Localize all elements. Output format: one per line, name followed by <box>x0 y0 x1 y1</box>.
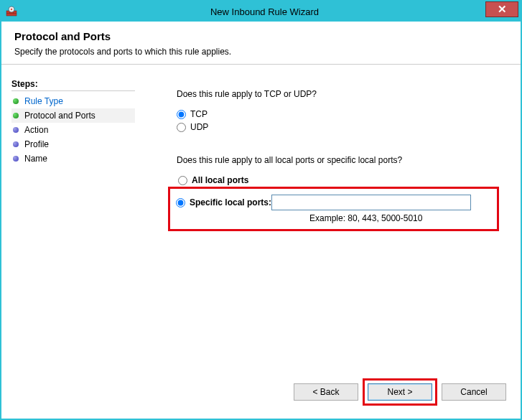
radio-all-ports[interactable]: All local ports <box>178 174 492 187</box>
close-icon: ✕ <box>498 3 507 16</box>
page-header: Protocol and Ports Specify the protocols… <box>1 22 521 64</box>
page-subtitle: Specify the protocols and ports to which… <box>14 47 508 57</box>
firewall-icon <box>6 6 17 17</box>
step-label: Profile <box>24 139 49 149</box>
step-rule-type[interactable]: Rule Type <box>11 94 135 108</box>
radio-tcp[interactable]: TCP <box>177 108 492 121</box>
svg-point-6 <box>11 9 12 10</box>
highlight-specific-ports: Specific local ports: Example: 80, 443, … <box>168 187 499 231</box>
step-name[interactable]: Name <box>11 151 135 166</box>
divider <box>1 64 521 65</box>
steps-header: Steps: <box>11 79 135 91</box>
question-ports: Does this rule apply to all local ports … <box>177 155 492 165</box>
bullet-icon <box>13 127 19 133</box>
next-button[interactable]: Next > <box>368 383 432 401</box>
step-profile[interactable]: Profile <box>11 137 135 151</box>
svg-rect-2 <box>6 14 17 14</box>
bullet-icon <box>13 98 19 104</box>
radio-udp-input[interactable] <box>177 123 186 132</box>
step-protocol-and-ports[interactable]: Protocol and Ports <box>11 108 135 123</box>
radio-udp-label: UDP <box>190 122 208 132</box>
main-panel: Does this rule apply to TCP or UDP? TCP … <box>138 78 521 419</box>
radio-all-ports-label: All local ports <box>192 175 248 185</box>
radio-all-ports-input[interactable] <box>178 176 187 185</box>
content-area: Protocol and Ports Specify the protocols… <box>1 22 521 419</box>
cancel-button[interactable]: Cancel <box>442 383 506 401</box>
close-button[interactable]: ✕ <box>485 1 518 17</box>
back-button[interactable]: < Back <box>294 383 358 401</box>
radio-tcp-label: TCP <box>190 109 208 119</box>
step-label: Name <box>24 154 47 164</box>
wizard-buttons: < Back Next > Cancel <box>294 378 506 406</box>
bullet-icon <box>13 141 19 147</box>
question-protocol: Does this rule apply to TCP or UDP? <box>177 89 492 99</box>
radio-specific-ports-input[interactable] <box>176 198 185 207</box>
radio-tcp-input[interactable] <box>177 110 186 119</box>
step-label: Action <box>24 125 48 135</box>
step-label: Protocol and Ports <box>24 111 95 121</box>
steps-sidebar: Steps: Rule Type Protocol and Ports Acti… <box>1 78 138 419</box>
bullet-icon <box>13 156 19 162</box>
titlebar: New Inbound Rule Wizard ✕ <box>1 1 521 22</box>
radio-specific-ports-label: Specific local ports: <box>190 197 271 207</box>
page-title: Protocol and Ports <box>14 30 508 42</box>
bullet-icon <box>13 113 19 118</box>
radio-udp[interactable]: UDP <box>177 121 492 134</box>
radio-specific-ports[interactable]: Specific local ports: <box>176 193 491 212</box>
highlight-next: Next > <box>363 378 437 406</box>
ports-example: Example: 80, 443, 5000-5010 <box>309 213 491 223</box>
specific-ports-input[interactable] <box>271 195 471 210</box>
step-action[interactable]: Action <box>11 123 135 137</box>
step-link[interactable]: Rule Type <box>24 96 63 106</box>
window-title: New Inbound Rule Wizard <box>9 6 521 17</box>
